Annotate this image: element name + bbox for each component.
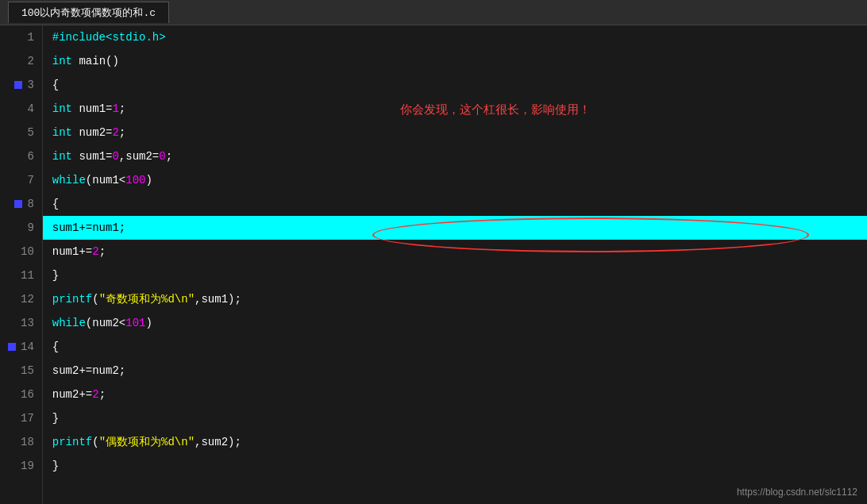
token-var: num2=	[72, 126, 112, 139]
token-var: sum1=	[72, 150, 112, 163]
token-num: 0	[159, 150, 165, 163]
code-line-12[interactable]: printf("奇数项和为%d\n",sum1);	[43, 287, 867, 311]
token-var: sum1+=num1;	[52, 221, 125, 234]
code-line-10[interactable]: num1+=2;	[43, 240, 867, 264]
breakpoint-indicator	[14, 200, 22, 208]
token-kw: while	[52, 174, 86, 187]
token-var: ;	[99, 388, 106, 401]
code-line-7[interactable]: while(num1<100)	[43, 168, 867, 192]
line-number-2: 2	[8, 49, 34, 73]
watermark: https://blog.csdn.net/slc1112	[737, 487, 857, 498]
token-var: }	[52, 460, 59, 472]
token-var: ;	[119, 102, 125, 115]
token-var: num1=	[72, 102, 112, 115]
token-var: num1+=	[52, 245, 92, 258]
token-var: ;	[119, 126, 125, 139]
token-kw: printf	[52, 436, 92, 448]
code-area[interactable]: #include<stdio.h>int main(){ int num1=1;…	[43, 25, 867, 504]
token-num: 2	[92, 388, 98, 401]
line-number-8: 8	[8, 192, 34, 216]
token-var: {	[52, 340, 59, 353]
token-num: 100	[125, 174, 145, 187]
token-kw: int	[52, 150, 72, 163]
token-var: num2+=	[52, 388, 92, 401]
code-line-9[interactable]: sum1+=num1;	[43, 216, 867, 240]
token-kw: int	[52, 126, 72, 139]
token-var: ,sum2);	[195, 436, 241, 448]
token-num: 1	[112, 102, 118, 115]
token-kw: while	[52, 317, 86, 329]
code-line-5[interactable]: int num2=2;	[43, 121, 867, 144]
code-line-18[interactable]: printf("偶数项和为%d\n",sum2);	[43, 430, 867, 454]
line-number-13: 13	[8, 311, 34, 335]
line-number-19: 19	[8, 454, 34, 478]
token-var: (	[92, 293, 98, 306]
token-num: 0	[112, 150, 118, 163]
breakpoint-indicator	[8, 343, 16, 351]
line-number-9: 9	[8, 216, 34, 240]
code-line-19[interactable]: }	[43, 454, 867, 478]
code-line-11[interactable]: }	[43, 264, 867, 287]
token-var: main()	[72, 55, 119, 67]
token-cm: #include<stdio.h>	[52, 31, 166, 44]
code-line-1[interactable]: #include<stdio.h>	[43, 25, 867, 49]
token-kw: int	[52, 102, 72, 115]
token-var: (num2<	[86, 317, 125, 329]
line-number-12: 12	[8, 287, 34, 311]
token-kw: int	[52, 55, 72, 67]
code-line-13[interactable]: while(num2<101)	[43, 311, 867, 335]
token-var: }	[52, 269, 59, 282]
line-number-15: 15	[8, 359, 34, 383]
token-var: ;	[166, 150, 172, 163]
token-kw: printf	[52, 293, 92, 306]
token-var: sum2+=num2;	[52, 364, 125, 377]
line-number-5: 5	[8, 121, 34, 144]
token-str: "奇数项和为%d\n"	[99, 293, 195, 306]
token-num: 101	[125, 317, 145, 329]
line-number-18: 18	[8, 430, 34, 454]
token-var: )	[145, 174, 152, 187]
line-number-4: 4	[8, 97, 34, 121]
code-line-8[interactable]: {	[43, 192, 867, 216]
token-str: "偶数项和为%d\n"	[99, 436, 195, 448]
line-number-10: 10	[8, 240, 34, 264]
line-number-6: 6	[8, 144, 34, 168]
line-number-17: 17	[8, 406, 34, 430]
line-numbers: 12345678910111213141516171819	[0, 25, 43, 504]
token-num: 2	[112, 126, 118, 139]
token-var: }	[52, 412, 59, 425]
code-line-15[interactable]: sum2+=num2;	[43, 359, 867, 383]
code-line-6[interactable]: int sum1=0,sum2=0;	[43, 144, 867, 168]
line-number-16: 16	[8, 383, 34, 406]
token-var: (num1<	[86, 174, 125, 187]
line-number-1: 1	[8, 25, 34, 49]
code-line-3[interactable]: {	[43, 73, 867, 97]
code-line-4[interactable]: int num1=1;	[43, 97, 867, 121]
code-line-16[interactable]: num2+=2;	[43, 383, 867, 406]
token-var: (	[92, 436, 98, 448]
token-num: 2	[92, 245, 98, 258]
breakpoint-indicator	[14, 81, 22, 89]
code-line-14[interactable]: {	[43, 335, 867, 359]
line-number-3: 3	[8, 73, 34, 97]
code-line-2[interactable]: int main()	[43, 49, 867, 73]
line-number-7: 7	[8, 168, 34, 192]
token-var: )	[145, 317, 152, 329]
file-tab[interactable]: 100以内奇数项偶数项的和.c	[8, 2, 169, 23]
token-var: ,sum1);	[195, 293, 241, 306]
editor-area: 12345678910111213141516171819 #include<s…	[0, 25, 867, 504]
code-line-17[interactable]: }	[43, 406, 867, 430]
title-bar: 100以内奇数项偶数项的和.c	[0, 0, 867, 25]
token-var: {	[52, 198, 59, 210]
token-var: ;	[99, 245, 106, 258]
token-var: ,sum2=	[119, 150, 159, 163]
line-number-11: 11	[8, 264, 34, 287]
line-number-14: 14	[8, 335, 34, 359]
token-var: {	[52, 79, 59, 91]
